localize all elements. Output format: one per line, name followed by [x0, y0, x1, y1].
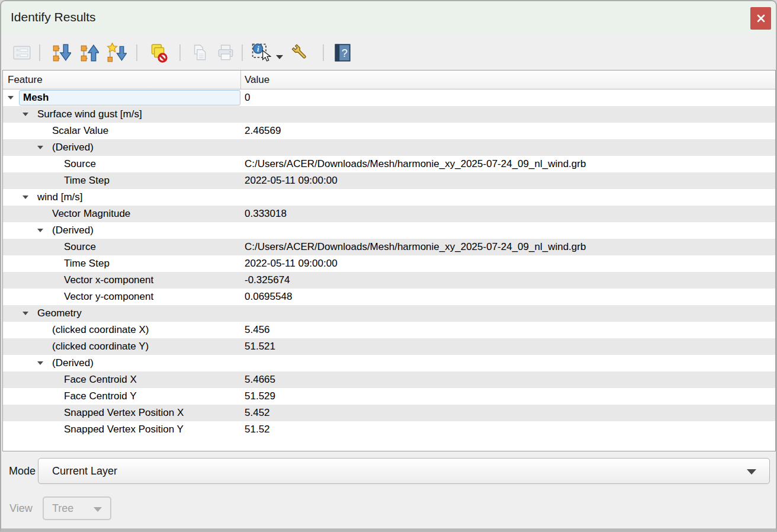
feature-label: Time Step — [64, 172, 110, 189]
tree-row[interactable]: (Derived) — [3, 222, 775, 239]
titlebar: Identify Results — [1, 1, 776, 34]
value-cell: 5.452 — [245, 405, 270, 421]
svg-text:i: i — [257, 45, 259, 53]
tree-row[interactable]: (clicked coordinate Y)51.521 — [3, 338, 775, 355]
help-button[interactable]: ? — [332, 41, 354, 64]
tree-row[interactable]: (Derived) — [3, 355, 775, 371]
toolbar-separator — [39, 44, 40, 61]
tree-row[interactable]: Mesh0 — [3, 89, 775, 106]
value-cell: 2.46569 — [245, 123, 281, 139]
tree-rows: Mesh0Surface wind gust [m/s]Scalar Value… — [3, 89, 775, 438]
svg-text:?: ? — [342, 47, 348, 59]
mode-label: Mode — [9, 458, 36, 484]
tree-row[interactable]: Face Centroid X5.4665 — [3, 371, 775, 388]
view-select: Tree — [43, 496, 111, 520]
tree-row[interactable]: SourceC:/Users/ACER/Downloads/Mesh/harmo… — [3, 239, 775, 255]
feature-label: Time Step — [64, 255, 110, 272]
open-form-button — [11, 41, 34, 64]
feature-label: (Derived) — [52, 139, 94, 156]
column-header-feature[interactable]: Feature — [8, 70, 43, 89]
expand-tree-icon — [51, 43, 71, 63]
clear-results-button[interactable] — [147, 41, 169, 64]
view-label: View — [9, 496, 33, 520]
tree-row[interactable]: Time Step2022-05-11 09:00:00 — [3, 172, 775, 189]
feature-label: Mesh — [19, 90, 240, 105]
copy-icon — [189, 43, 209, 63]
feature-label: (clicked coordinate X) — [52, 322, 149, 338]
expand-arrow-icon[interactable] — [37, 146, 43, 149]
tree-row[interactable]: Vector Magnitude0.333018 — [3, 206, 775, 222]
expand-arrow-icon[interactable] — [8, 96, 14, 100]
help-icon: ? — [332, 43, 352, 63]
feature-label: Snapped Vertex Position X — [64, 405, 184, 421]
value-cell: 5.4665 — [245, 371, 275, 388]
clear-results-icon — [147, 43, 168, 63]
tree-row[interactable]: SourceC:/Users/ACER/Downloads/Mesh/harmo… — [3, 156, 775, 172]
print-icon — [216, 43, 236, 63]
expand-new-results-button[interactable] — [106, 41, 129, 64]
close-button[interactable] — [750, 7, 771, 30]
feature-label: Geometry — [37, 305, 82, 322]
mode-select[interactable]: Current Layer — [38, 458, 770, 484]
value-cell: C:/Users/ACER/Downloads/Mesh/harmonie_xy… — [245, 239, 586, 255]
tree-row[interactable]: Surface wind gust [m/s] — [3, 106, 775, 123]
identify-features-button[interactable]: i — [251, 41, 273, 64]
view-select-value: Tree — [52, 498, 73, 520]
feature-label: Snapped Vertex Position Y — [64, 421, 184, 438]
tree-row[interactable]: Vector x-component-0.325674 — [3, 272, 775, 289]
expand-arrow-icon[interactable] — [37, 229, 43, 232]
tree-row[interactable]: wind [m/s] — [3, 189, 775, 206]
tree-row[interactable]: Time Step2022-05-11 09:00:00 — [3, 255, 775, 272]
expand-arrow-icon[interactable] — [23, 312, 28, 315]
chevron-down-icon — [747, 469, 756, 475]
feature-label: Vector y-component — [64, 289, 153, 305]
dropdown-arrow-icon — [275, 54, 284, 60]
chevron-down-icon — [94, 507, 102, 512]
value-cell: 51.52 — [245, 421, 270, 438]
value-cell: 0 — [245, 89, 250, 106]
tree-row[interactable]: Snapped Vertex Position Y51.52 — [3, 421, 775, 438]
tree-row[interactable]: Snapped Vertex Position X5.452 — [3, 405, 775, 421]
column-header-value[interactable]: Value — [245, 70, 269, 89]
tree-row[interactable]: Scalar Value2.46569 — [3, 123, 775, 139]
results-tree: Feature Value Mesh0Surface wind gust [m/… — [2, 70, 776, 451]
value-cell: C:/Users/ACER/Downloads/Mesh/harmonie_xy… — [245, 156, 586, 172]
expand-arrow-icon[interactable] — [23, 113, 28, 116]
expand-arrow-icon[interactable] — [23, 196, 28, 199]
feature-label: (Derived) — [52, 355, 94, 371]
expand-arrow-icon[interactable] — [37, 361, 43, 365]
close-icon — [756, 14, 766, 23]
identify-settings-button[interactable] — [290, 41, 312, 64]
column-divider[interactable] — [240, 70, 241, 89]
identify-results-dialog: Identify Results — [0, 0, 777, 532]
tree-row[interactable]: Face Centroid Y51.529 — [3, 388, 775, 405]
wrench-icon — [290, 43, 310, 63]
form-view-icon — [12, 43, 32, 63]
tree-row[interactable]: (clicked coordinate X)5.456 — [3, 322, 775, 338]
expand-tree-button[interactable] — [50, 41, 73, 64]
toolbar-separator — [242, 44, 243, 61]
value-cell: 51.529 — [245, 388, 275, 405]
toolbar-separator — [136, 44, 137, 61]
value-cell: 0.333018 — [245, 206, 287, 222]
tree-row[interactable]: (Derived) — [3, 139, 775, 156]
tree-row[interactable]: Vector y-component0.0695548 — [3, 289, 775, 305]
tree-row[interactable]: Geometry — [3, 305, 775, 322]
feature-label: Vector x-component — [64, 272, 153, 289]
mode-select-value: Current Layer — [52, 459, 117, 483]
value-cell: 2022-05-11 09:00:00 — [245, 255, 338, 272]
feature-label: wind [m/s] — [37, 189, 83, 206]
feature-label: Surface wind gust [m/s] — [37, 106, 142, 123]
feature-label: (Derived) — [52, 222, 94, 239]
collapse-tree-icon — [79, 43, 99, 63]
feature-label: Source — [64, 156, 96, 172]
tree-header: Feature Value — [3, 70, 775, 89]
identify-features-icon: i — [251, 43, 271, 63]
feature-label: (clicked coordinate Y) — [52, 338, 149, 355]
value-cell: 5.456 — [245, 322, 270, 338]
identify-mode-dropdown-button[interactable] — [275, 41, 287, 64]
feature-label: Face Centroid Y — [64, 388, 137, 405]
expand-new-results-icon — [107, 43, 127, 63]
feature-label: Face Centroid X — [64, 371, 137, 388]
collapse-tree-button[interactable] — [78, 41, 101, 64]
